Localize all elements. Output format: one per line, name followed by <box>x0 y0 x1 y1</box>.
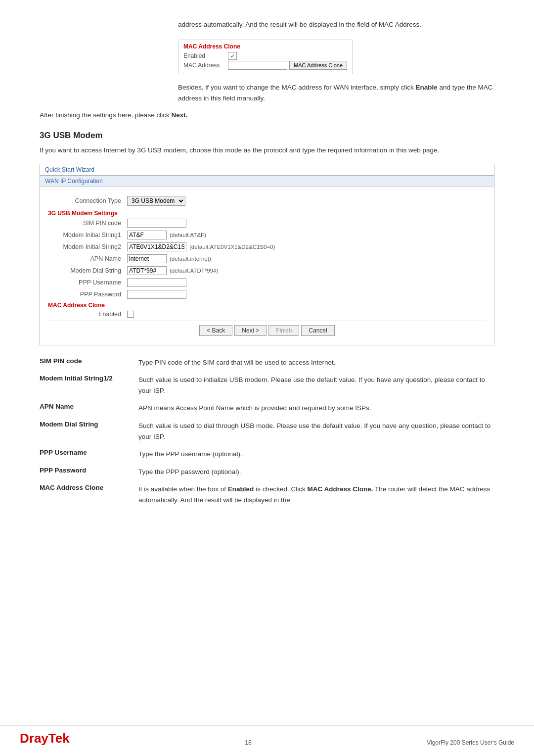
footer-logo: DrayTek <box>20 731 70 746</box>
def-desc-modem-dial: Such value is used to dial through USB m… <box>138 421 494 442</box>
ppp-username-input[interactable] <box>127 278 186 287</box>
def-desc-mac-clone: It is available when the box of Enabled … <box>138 484 494 505</box>
wizard-title-bar: Quick Start Wizard <box>40 164 494 176</box>
intro-text: address automatically. And the result wi… <box>178 21 421 28</box>
wizard-enabled-row: Enabled <box>48 311 486 318</box>
mac-clone-checkbox-top[interactable]: ✓ <box>228 52 237 60</box>
footer-product: VigorFly 200 Series User's Guide <box>427 739 514 746</box>
def-desc-sim-pin: Type PIN code of the SIM card that will … <box>138 357 494 368</box>
modem-string1-input[interactable] <box>127 231 167 239</box>
connection-type-select[interactable]: 3G USB Modem <box>127 196 185 206</box>
mac-clone-enabled-label-top: Enabled <box>183 52 228 59</box>
modem-string1-label: Modem Initial String1 <box>48 232 127 238</box>
finish-button[interactable]: Finish <box>268 325 299 336</box>
logo-tek: Tek <box>48 731 70 746</box>
modem-dial-row: Modem Dial String (default:ATDT*99#) <box>48 266 486 275</box>
definitions-section: SIM PIN code Type PIN code of the SIM ca… <box>40 357 494 506</box>
modem-string2-input[interactable] <box>127 242 186 251</box>
next-button[interactable]: Next > <box>234 325 267 336</box>
def-desc-ppp-username: Type the PPP username (optional). <box>138 449 494 460</box>
def-desc-modem-string: Such value is used to initialize USB mod… <box>138 375 494 396</box>
modem-dial-hint: (default:ATDT*99#) <box>170 268 218 274</box>
def-term-mac-clone: MAC Address Clone <box>40 484 138 505</box>
apn-name-row: APN Name (default:internet) <box>48 254 486 263</box>
heading-3g-usb-modem: 3G USB Modem <box>40 131 494 141</box>
modem-dial-control: (default:ATDT*99#) <box>127 266 218 275</box>
connection-type-row: Connection Type 3G USB Modem <box>48 196 486 206</box>
modem-string1-row: Modem Initial String1 (default:AT&F) <box>48 231 486 239</box>
mac-address-input-top[interactable] <box>228 61 287 70</box>
modem-string1-hint: (default:AT&F) <box>170 232 206 238</box>
def-ppp-password: PPP Password Type the PPP password (opti… <box>40 467 494 477</box>
ppp-username-label: PPP Username <box>48 279 127 286</box>
ppp-password-row: PPP Password <box>48 290 486 299</box>
ppp-username-control <box>127 278 186 287</box>
mac-clone-mac-row-top: MAC Address MAC Address Clone <box>183 61 347 70</box>
connection-type-label: Connection Type <box>48 197 127 204</box>
apn-name-label: APN Name <box>48 255 127 262</box>
cancel-button[interactable]: Cancel <box>301 325 334 336</box>
mac-clone-enabled-row-top: Enabled ✓ <box>183 52 347 60</box>
modem-string2-row: Modem Initial String2 (default:ATE0V1X1&… <box>48 242 486 251</box>
wizard-enabled-label: Enabled <box>48 311 127 318</box>
modem-string2-control: (default:ATE0V1X1&D2&C1S0=0) <box>127 242 275 251</box>
sim-pin-row: SIM PIN code <box>48 219 486 228</box>
def-term-modem-string: Modem Initial String1/2 <box>40 375 138 396</box>
def-term-apn: APN Name <box>40 403 138 414</box>
ppp-password-label: PPP Password <box>48 291 127 298</box>
intro-paragraph: address automatically. And the result wi… <box>178 20 494 30</box>
sim-pin-label: SIM PIN code <box>48 220 127 227</box>
heading-3g-desc: If you want to access Internet by 3G USB… <box>40 145 494 155</box>
wizard-enabled-control <box>127 311 134 318</box>
section-paragraph: Besides, if you want to change the MAC a… <box>178 82 494 103</box>
connection-type-control: 3G USB Modem <box>127 196 185 206</box>
quick-start-wizard-panel: Quick Start Wizard WAN IP Configuration … <box>40 164 494 345</box>
def-term-modem-dial: Modem Dial String <box>40 421 138 442</box>
sim-pin-control <box>127 219 186 228</box>
mac-address-clone-button-top[interactable]: MAC Address Clone <box>289 61 347 70</box>
logo-dray: Dray <box>20 731 48 746</box>
apn-name-input[interactable] <box>127 254 167 263</box>
ppp-password-control <box>127 290 186 299</box>
wan-ip-bar: WAN IP Configuration <box>40 176 494 187</box>
mac-clone-mac-label-top: MAC Address <box>183 62 228 69</box>
mac-clone-title-top: MAC Address Clone <box>183 43 347 50</box>
def-term-sim-pin: SIM PIN code <box>40 357 138 368</box>
ppp-password-input[interactable] <box>127 290 186 299</box>
def-apn: APN Name APN means Access Point Name whi… <box>40 403 494 414</box>
def-modem-string: Modem Initial String1/2 Such value is us… <box>40 375 494 396</box>
modem-settings-heading: 3G USB Modem Settings <box>48 210 486 217</box>
sim-pin-input[interactable] <box>127 219 186 228</box>
def-ppp-username: PPP Username Type the PPP username (opti… <box>40 449 494 460</box>
def-term-ppp-password: PPP Password <box>40 467 138 477</box>
apn-name-hint: (default:internet) <box>170 256 211 262</box>
wizard-enabled-checkbox[interactable] <box>127 311 134 318</box>
modem-string2-hint: (default:ATE0V1X1&D2&C1S0=0) <box>189 244 275 250</box>
mac-clone-widget-top: MAC Address Clone Enabled ✓ MAC Address … <box>178 40 353 74</box>
after-finishing-text: After finishing the settings here, pleas… <box>40 111 494 119</box>
modem-string2-label: Modem Initial String2 <box>48 243 127 250</box>
def-term-ppp-username: PPP Username <box>40 449 138 460</box>
modem-dial-input[interactable] <box>127 266 167 275</box>
wizard-button-row: < Back Next > Finish Cancel <box>48 321 486 339</box>
mac-clone-section-label: MAC Address Clone <box>48 302 486 309</box>
footer-page-number: 18 <box>245 739 251 746</box>
def-desc-apn: APN means Access Point Name which is pro… <box>138 403 494 414</box>
ppp-username-row: PPP Username <box>48 278 486 287</box>
modem-dial-label: Modem Dial String <box>48 267 127 274</box>
def-modem-dial: Modem Dial String Such value is used to … <box>40 421 494 442</box>
footer: DrayTek 18 VigorFly 200 Series User's Gu… <box>0 725 534 746</box>
back-button[interactable]: < Back <box>199 325 232 336</box>
wizard-body: Connection Type 3G USB Modem 3G USB Mode… <box>40 192 494 345</box>
apn-name-control: (default:internet) <box>127 254 211 263</box>
modem-string1-control: (default:AT&F) <box>127 231 206 239</box>
def-desc-ppp-password: Type the PPP password (optional). <box>138 467 494 477</box>
def-sim-pin: SIM PIN code Type PIN code of the SIM ca… <box>40 357 494 368</box>
def-mac-clone: MAC Address Clone It is available when t… <box>40 484 494 505</box>
